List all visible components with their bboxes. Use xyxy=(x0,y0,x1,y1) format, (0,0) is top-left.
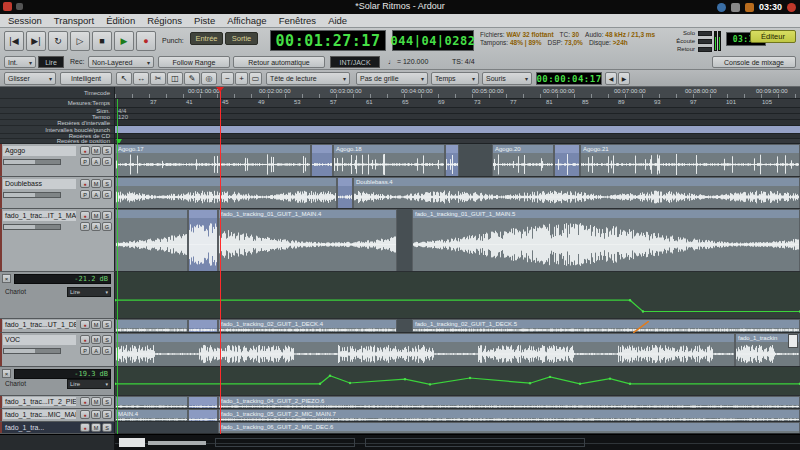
nudge-forward-button[interactable]: ▶ xyxy=(618,72,630,85)
region-main-4[interactable]: MAIN.4 xyxy=(115,409,188,422)
track-content-fado-1-tra[interactable]: fado_1_tracking_06_GUIT_2_MIC_DEC.6 xyxy=(115,422,800,434)
ruler-label-intervalles-boucle-punch[interactable]: Intervalles bouclé/punch xyxy=(0,126,114,134)
track-header-fado-1-trac-ut-1-deck[interactable]: fado_1_trac...UT_1_DECK●MS xyxy=(0,319,115,333)
automation-curve[interactable] xyxy=(115,367,800,396)
ruler-row-mesures-temps[interactable]: 37414549535761656973778185899397101105 xyxy=(115,99,800,108)
region-handle[interactable] xyxy=(788,334,798,348)
mixer-tab[interactable]: Console de mixage xyxy=(712,56,796,68)
network-icon[interactable] xyxy=(717,3,726,12)
region[interactable] xyxy=(554,144,580,177)
cut-tool-button[interactable]: ✂ xyxy=(150,72,166,85)
automation-value[interactable]: -19.3 dB xyxy=(14,369,111,379)
record-arm-button[interactable]: ● xyxy=(80,335,90,344)
track-header-fado-1-trac-it-1-main[interactable]: fado_1_trac...IT_1_MAIN●MSPAG xyxy=(0,209,115,272)
track-name[interactable]: fado_1_trac...UT_1_DECK xyxy=(3,320,76,329)
automation-button[interactable]: A xyxy=(91,222,101,231)
notification-icon[interactable] xyxy=(745,3,754,12)
automation-lane-content[interactable] xyxy=(115,367,800,396)
mute-button[interactable]: M xyxy=(91,423,101,432)
summary-view[interactable] xyxy=(115,435,800,450)
solo-button[interactable]: S xyxy=(102,423,112,432)
menu-fene-tres[interactable]: Fenêtres xyxy=(279,15,317,26)
record-arm-button[interactable]: ● xyxy=(80,423,90,432)
editor-tab[interactable]: Éditeur xyxy=(750,30,796,43)
record-arm-button[interactable]: ● xyxy=(80,146,90,155)
solo-button[interactable]: S xyxy=(102,397,112,406)
region[interactable] xyxy=(115,209,188,272)
monitor-e-coute[interactable]: Écoute xyxy=(676,38,695,44)
play-button[interactable]: ▶ xyxy=(114,31,134,51)
close-icon[interactable]: × xyxy=(2,274,11,283)
region-fado-1-tracking-06-guit-2-mic-dec-6[interactable]: fado_1_tracking_06_GUIT_2_MIC_DEC.6 xyxy=(218,422,800,434)
playlist-button[interactable]: P xyxy=(80,190,90,199)
record-arm-button[interactable]: ● xyxy=(80,211,90,220)
auto-return-button[interactable]: Retour automatique xyxy=(233,56,325,68)
region[interactable] xyxy=(115,177,337,209)
automation-button[interactable]: A xyxy=(91,346,101,355)
ruler-row-intervalles-boucle-punch[interactable] xyxy=(115,126,800,134)
track-header-fado-1-tra[interactable]: fado_1_tra...●MS xyxy=(0,422,115,434)
playlist-button[interactable]: P xyxy=(80,346,90,355)
record-button[interactable]: ● xyxy=(136,31,156,51)
solo-button[interactable]: S xyxy=(102,179,112,188)
playlist-button[interactable]: P xyxy=(80,157,90,166)
zoom-fit-button[interactable]: ▭ xyxy=(249,72,262,85)
zoom-in-button[interactable]: + xyxy=(235,72,248,85)
track-content-fado-1-trac-it-2-piezo[interactable]: fado_1_tracking_04_GUIT_2_PIEZO.6 xyxy=(115,396,800,409)
solo-button[interactable]: S xyxy=(102,146,112,155)
menu-session[interactable]: Session xyxy=(8,15,42,26)
menu-transport[interactable]: Transport xyxy=(54,15,94,26)
track-name[interactable]: VOC xyxy=(3,335,76,345)
zoom-tool-button[interactable]: ◎ xyxy=(201,72,217,85)
tempo-display[interactable]: ♩ = 120.000 xyxy=(388,58,428,65)
mute-button[interactable]: M xyxy=(91,410,101,419)
grid-combo[interactable]: Pas de grille▾ xyxy=(356,72,428,85)
range-tool-button[interactable]: ↔ xyxy=(133,72,149,85)
system-clock[interactable]: 03:30 xyxy=(759,2,782,12)
mute-button[interactable]: M xyxy=(91,320,101,329)
ruler-label-mesures-temps[interactable]: Mesures:Temps xyxy=(0,99,114,108)
track-content-fado-1-trac-it-1-main[interactable]: fado_1_tracking_01_GUIT_1_MAIN.4fado_1_t… xyxy=(115,209,800,272)
region-agogo-18[interactable]: Agogo.18 xyxy=(333,144,445,177)
mute-button[interactable]: M xyxy=(91,211,101,220)
goto-end-button[interactable]: ▶| xyxy=(26,31,46,51)
ruler-label-timecode[interactable]: Timecode xyxy=(0,87,114,99)
zoom-focus-combo[interactable]: Tête de lecture▾ xyxy=(266,72,350,85)
group-button[interactable]: G xyxy=(102,190,112,199)
track-name[interactable]: Doublebass xyxy=(3,179,76,189)
nudge-back-button[interactable]: ◀ xyxy=(605,72,617,85)
track-name[interactable]: fado_1_trac...MIC_MAIN xyxy=(3,410,76,419)
region[interactable] xyxy=(115,333,735,367)
grid-unit-combo[interactable]: Temps▾ xyxy=(431,72,479,85)
track-name[interactable]: fado_1_tra... xyxy=(3,423,76,432)
edit-mode-combo[interactable]: Glisser▾ xyxy=(4,72,56,85)
region[interactable] xyxy=(115,396,188,409)
solo-button[interactable]: S xyxy=(102,211,112,220)
close-icon[interactable]: × xyxy=(2,369,11,378)
region[interactable] xyxy=(188,319,218,333)
region[interactable] xyxy=(188,209,218,272)
region[interactable] xyxy=(188,396,218,409)
punch-in-button[interactable]: Entrée xyxy=(190,32,223,45)
solo-button[interactable]: S xyxy=(102,320,112,329)
region-agogo-17[interactable]: Agogo.17 xyxy=(115,144,311,177)
record-mode-combo[interactable]: Non-Layered▾ xyxy=(88,56,154,68)
track-content-agogo[interactable]: Agogo.17Agogo.18Agogo.20Agogo.21 xyxy=(115,144,800,177)
mute-button[interactable]: M xyxy=(91,146,101,155)
automation-mode-combo[interactable]: Lire▾ xyxy=(67,287,111,297)
region[interactable] xyxy=(188,409,218,422)
record-arm-button[interactable]: ● xyxy=(80,320,90,329)
goto-start-button[interactable]: |◀ xyxy=(4,31,24,51)
track-name[interactable]: fado_1_trac...IT_2_PIEZO xyxy=(3,397,76,406)
track-name[interactable]: fado_1_trac...IT_1_MAIN xyxy=(3,211,76,221)
editor-summary[interactable] xyxy=(0,434,800,450)
ruler-label-repe-res-de-position[interactable]: Repères de position xyxy=(0,139,114,144)
time-signature-display[interactable]: TS: 4/4 xyxy=(452,58,475,65)
track-header-fado-1-trac-it-2-piezo[interactable]: fado_1_trac...IT_2_PIEZO●MS xyxy=(0,396,115,409)
automation-button[interactable]: A xyxy=(91,157,101,166)
monitor-solo[interactable]: Solo xyxy=(683,30,695,36)
region[interactable] xyxy=(311,144,333,177)
region-fado-1-tracking-01-guit-1-main-5[interactable]: fado_1_tracking_01_GUIT_1_MAIN.5 xyxy=(412,209,800,272)
playhead[interactable] xyxy=(220,87,221,434)
follow-range-button[interactable]: Follow Range xyxy=(158,56,230,68)
